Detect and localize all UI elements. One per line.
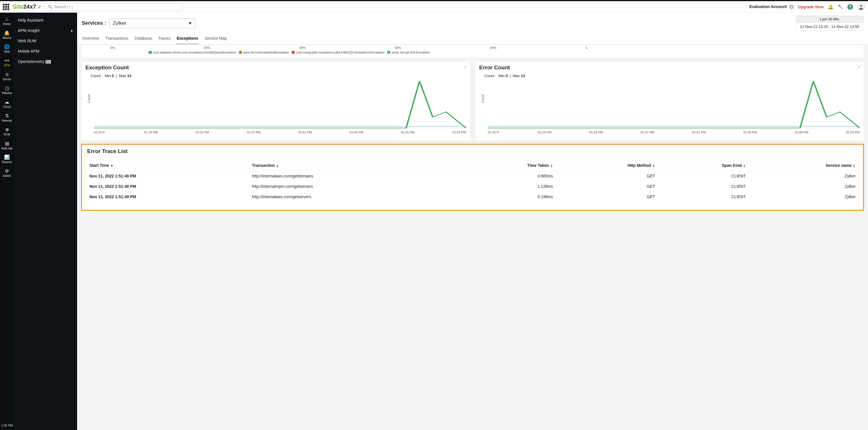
col-time-taken[interactable]: Time Taken▲▼ <box>459 160 555 171</box>
cell-service-name: Zylker <box>748 191 858 202</box>
service-select[interactable]: Zylker ▾ <box>109 19 195 28</box>
tab-exceptions[interactable]: Exceptions <box>176 34 199 44</box>
nav-alarms[interactable]: 🔔Alarms <box>0 28 14 42</box>
nav-web[interactable]: 🌐Web <box>0 42 14 56</box>
sort-icon: ▲▼ <box>652 164 655 167</box>
cell-transaction: http://internalaws.com/getdomains <box>250 171 459 182</box>
chart[interactable]: Count 10 5 0 01:25 P..01:29 PM01:33 PM01… <box>94 80 466 137</box>
hamburger-icon[interactable]: ≡ <box>858 65 860 69</box>
cell-start-time: Nov 11, 2022 1:51:49 PM <box>87 181 250 191</box>
time-range-picker[interactable]: Last 30 Min 11-Nov-22 13:25 - 11-Nov-22 … <box>796 16 863 31</box>
tab-service-map[interactable]: Service Map <box>204 34 227 44</box>
cell-http-method: GET <box>555 191 657 202</box>
legend-item[interactable]: javax.net.ssl.SSLException <box>387 51 430 54</box>
chart-svg: 10 5 0 <box>488 80 860 129</box>
cell-span-kind: CLIENT <box>657 181 748 191</box>
cell-span-kind: CLIENT <box>657 191 748 202</box>
legend-item[interactable]: com.mysql.jdbc.exceptions.jdbc4.MySQLSyn… <box>292 51 384 54</box>
col-service-name[interactable]: Service name▲▼ <box>748 160 858 171</box>
chart[interactable]: Count 10 5 0 01:25 P..01:29 PM01:33 PM01… <box>488 80 860 137</box>
chart-svg: 10 5 0 <box>94 80 466 129</box>
col-http-method[interactable]: Http Method▲▼ <box>555 160 657 171</box>
table-row[interactable]: Nov 11, 2022 1:51:49 PMhttp://internalaw… <box>87 191 858 202</box>
upgrade-link[interactable]: Upgrade Now <box>798 5 824 9</box>
info-icon[interactable]: i <box>789 5 794 9</box>
tab-transactions[interactable]: Transactions <box>105 34 129 44</box>
network-icon: ⇅ <box>5 113 9 119</box>
tabs: Overview Transactions Database Traces Ex… <box>82 34 863 44</box>
expand-icon: ⤢ <box>38 5 41 9</box>
swatch-icon <box>239 51 242 54</box>
swatch-icon <box>387 51 390 54</box>
nav-rum[interactable]: ⊕RUM <box>0 125 14 139</box>
cell-service-name: Zylker <box>748 171 858 182</box>
sort-icon: ▲▼ <box>853 164 856 167</box>
subnav-apm-insight[interactable]: APM Insight▸ <box>14 25 77 36</box>
subnav-mobile-apm[interactable]: Mobile APM <box>14 46 77 56</box>
sort-icon: ▲▼ <box>550 164 553 167</box>
gear-icon: ⚙ <box>5 168 9 174</box>
col-transaction[interactable]: Transaction▲▼ <box>250 160 459 171</box>
svg-point-0 <box>860 5 862 7</box>
nav-vmware[interactable]: ◳VMware <box>0 83 14 97</box>
search-input[interactable]: 🔍 Search ( / ) <box>44 3 183 11</box>
nav-admin[interactable]: ⚙Admin <box>0 166 14 180</box>
services-label: Services : <box>82 20 106 26</box>
vm-icon: ◳ <box>5 85 9 91</box>
logs-icon: ▤ <box>5 141 9 146</box>
table-header-row: Start Time▼ Transaction▲▼ Time Taken▲▼ H… <box>87 160 858 171</box>
col-start-time[interactable]: Start Time▼ <box>87 160 250 171</box>
error-count-card: ≡ Error Count Count : Min 0 | Max 13 Cou… <box>475 61 864 141</box>
tab-overview[interactable]: Overview <box>82 34 99 44</box>
nav-reports[interactable]: 📊Reports <box>0 152 14 166</box>
nav-home[interactable]: ⌂Home <box>0 14 14 28</box>
subnav-web-rum[interactable]: Web RUM <box>14 36 77 46</box>
col-span-kind[interactable]: Span Kind▲▼ <box>657 160 748 171</box>
legend-item[interactable]: com.datastax.driver.core.exceptions.Inva… <box>149 51 236 54</box>
main: Services : Zylker ▾ Last 30 Min 11-Nov-2… <box>77 13 868 430</box>
time-range-preset: Last 30 Min <box>796 16 863 23</box>
subnav-help-assistant[interactable]: Help Assistant <box>14 15 77 25</box>
app-switcher-icon[interactable] <box>3 4 9 10</box>
exception-count-card: ≡ Exception Count Count : Min 0 | Max 13… <box>81 61 470 141</box>
tab-traces[interactable]: Traces <box>158 34 171 44</box>
clock: 1:55 PM <box>1 421 13 430</box>
swatch-icon <box>149 51 152 54</box>
table-row[interactable]: Nov 11, 2022 1:51:49 PMhttp://internalaw… <box>87 171 858 182</box>
goggles-icon: 👓 <box>4 58 10 63</box>
chevron-right-icon: ▸ <box>71 28 73 33</box>
legend-axis: 0% 20% 40% 60% 80% 1. <box>110 46 588 50</box>
legend-item[interactable]: java.net.UnknownHostException <box>239 51 289 54</box>
cell-time-taken: 3.665ms <box>459 171 555 182</box>
bell-icon: 🔔 <box>4 30 10 36</box>
nav-applogs[interactable]: ▤AppLogs <box>0 139 14 152</box>
avatar[interactable] <box>857 3 865 11</box>
subnav-opentelemetry[interactable]: OpentelemetryPvt <box>14 56 77 67</box>
trace-table: Start Time▼ Transaction▲▼ Time Taken▲▼ H… <box>87 160 858 202</box>
cloud-icon: ☁ <box>5 99 9 105</box>
hamburger-icon[interactable]: ≡ <box>464 65 467 69</box>
y-axis-label: Count <box>481 94 485 103</box>
bell-icon[interactable]: 🔔 <box>828 4 834 9</box>
table-row[interactable]: Nov 11, 2022 1:51:49 PMhttp://internalmp… <box>87 181 858 191</box>
nav-cloud[interactable]: ☁Cloud <box>0 97 14 111</box>
error-trace-list-card: Error Trace List Start Time▼ Transaction… <box>81 144 864 211</box>
nav-server[interactable]: ≣Server <box>0 69 14 83</box>
logo[interactable]: Site24x7 ⤢ <box>13 3 41 10</box>
help-icon[interactable]: ? <box>847 4 853 10</box>
legend-items: com.datastax.driver.core.exceptions.Inva… <box>149 51 688 54</box>
cell-transaction: http://internalaws.com/getservers <box>250 191 459 202</box>
time-range-value: 11-Nov-22 13:25 - 11-Nov-22 13:55 <box>796 23 863 30</box>
cell-http-method: GET <box>555 171 657 182</box>
nav-apm[interactable]: 👓APM <box>0 56 14 69</box>
wrench-icon[interactable]: 🔧 <box>837 4 843 9</box>
card-title: Exception Count <box>86 64 466 71</box>
globe-icon: 🌐 <box>4 44 10 50</box>
cell-transaction: http://internalmpm.com/getservers <box>250 181 459 191</box>
header-bar: Services : Zylker ▾ Last 30 Min 11-Nov-2… <box>77 13 868 44</box>
card-title: Error Count <box>479 64 860 71</box>
chevron-down-icon: ▾ <box>189 20 192 26</box>
home-icon: ⌂ <box>5 17 8 22</box>
tab-database[interactable]: Database <box>134 34 153 44</box>
nav-network[interactable]: ⇅Network <box>0 111 14 125</box>
